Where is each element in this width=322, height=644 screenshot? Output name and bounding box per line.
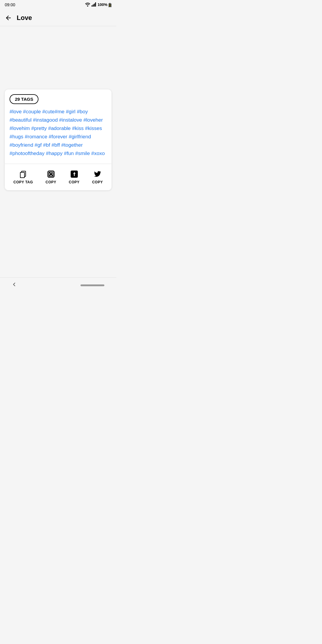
wifi-icon [85,2,90,7]
page-title: Love [17,14,32,22]
instagram-copy-button[interactable]: COPY [42,169,60,185]
ad-banner [0,26,116,86]
tag-card: 29 TAGS #love #couple #cute#me #girl #bo… [5,89,112,190]
instagram-icon [47,170,55,178]
svg-rect-6 [109,3,110,4]
copy-tag-icon [19,170,27,178]
copy-tag-label: COPY TAG [13,180,33,184]
tag-text: #love #couple #cute#me #girl #boy #beaut… [5,108,112,164]
facebook-copy-button[interactable]: COPY [65,169,83,185]
facebook-icon [70,170,78,178]
svg-point-15 [52,172,53,173]
main-content: 29 TAGS #love #couple #cute#me #girl #bo… [0,86,116,194]
nav-back-button[interactable] [12,282,17,288]
tag-count-badge: 29 TAGS [5,89,112,108]
signal-icon [92,2,96,7]
svg-rect-2 [93,4,94,7]
status-bar: 09:00 100% [0,0,116,10]
battery-icon: 100% [97,2,112,7]
svg-rect-9 [20,172,24,178]
home-indicator [80,284,104,286]
action-row: COPY TAG COPY [5,164,112,190]
twitter-copy-button[interactable]: COPY [89,169,106,185]
status-icons: 100% [85,2,112,7]
nav-bar [0,277,116,293]
svg-rect-3 [94,4,95,7]
facebook-copy-label: COPY [69,180,80,184]
instagram-copy-label: COPY [46,180,56,184]
svg-rect-4 [95,2,96,7]
copy-tag-button[interactable]: COPY TAG [10,169,37,185]
back-button[interactable] [5,13,14,23]
svg-rect-1 [92,5,92,7]
svg-point-0 [87,5,88,7]
twitter-copy-label: COPY [92,180,103,184]
status-time: 09:00 [5,2,15,7]
toolbar: Love [0,10,116,26]
twitter-icon [93,170,102,178]
bottom-spacer [0,194,116,277]
